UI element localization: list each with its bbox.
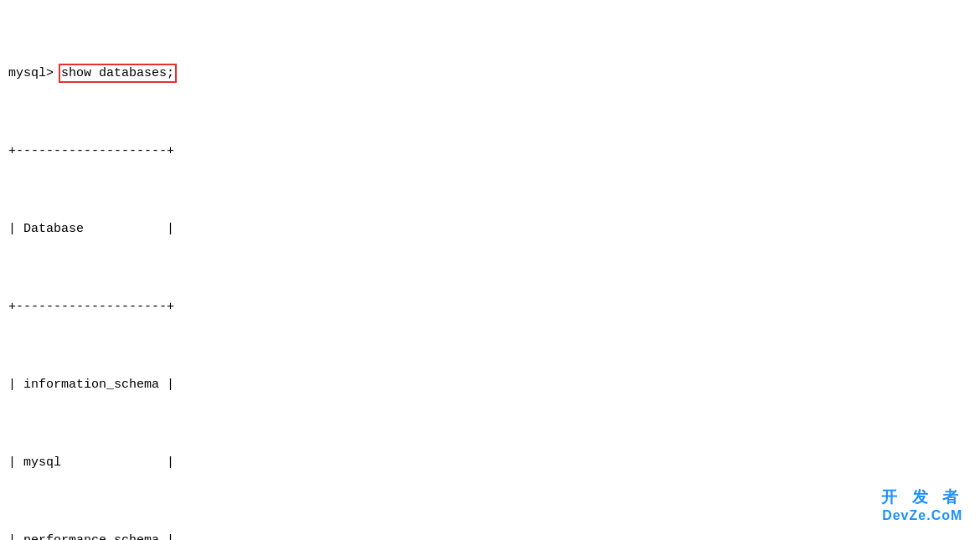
- watermark-domain: DevZe.CoM: [881, 508, 963, 523]
- cmd-show-databases-1: show databases;: [61, 66, 174, 80]
- terminal-line-4: +--------------------+: [8, 297, 972, 316]
- terminal-line-2: +--------------------+: [8, 141, 972, 161]
- terminal-line-7: | performance_schema |: [8, 531, 972, 540]
- prompt-1: mysql>: [8, 66, 61, 80]
- terminal-line-3: | Database |: [8, 219, 972, 239]
- watermark-chinese: 开 发 者: [881, 486, 963, 508]
- terminal-line-5: | information_schema |: [8, 375, 972, 394]
- terminal-line-6: | mysql |: [8, 453, 972, 472]
- watermark: 开 发 者 DevZe.CoM: [881, 486, 963, 523]
- terminal-output: mysql> show databases; +----------------…: [0, 0, 980, 540]
- terminal-line-1: mysql> show databases;: [8, 64, 972, 83]
